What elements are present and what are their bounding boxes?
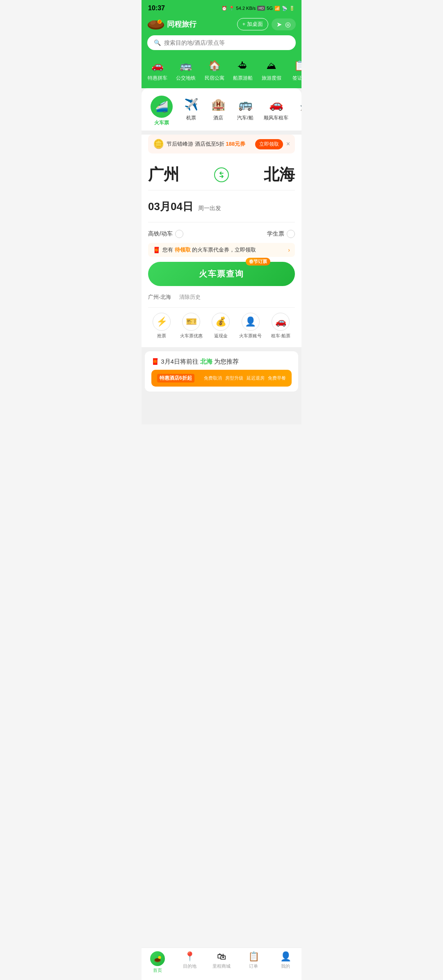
tab-rideshare[interactable]: 🚗 顺风车租车 [259,94,293,131]
promo-text-main: 节后错峰游 酒店低至5折 [167,141,224,147]
hotel-tag-1: 免费取消 [204,375,222,381]
logo-area: 同程旅行 [147,18,196,30]
rideshare-tab-label: 顺风车租车 [264,114,288,121]
search-bar-wrap: 🔍 [142,35,301,56]
battery-icon: 🔋 [289,6,295,11]
status-bar: 10:37 ⏰ 📍 54.2 KB/s HD 5G 📶 📡 🔋 [142,0,301,15]
promo-claim-button[interactable]: 立即领取 [255,139,283,149]
app-logo-icon [147,18,164,30]
alarm-icon: ⏰ [222,6,227,11]
history-tag[interactable]: 广州-北海 [148,293,171,301]
carpooling-label: 特惠拼车 [148,75,167,82]
options-row: 高铁/动车 学生票 [148,227,295,243]
visa-label: 签证办 [292,75,301,82]
hotel-tag-2: 房型升级 [225,375,243,381]
tour-label: 旅游度假 [262,75,281,82]
quick-nav: 🚗 特惠拼车 🚌 公交地铁 🏠 民宿公寓 ⛴ 船票游船 ⛰ 旅游度假 📋 签证办 [142,56,301,88]
location-icon: 📍 [229,6,235,11]
coupon-arrow-icon: › [288,247,290,253]
sub-icons: ⚡ 抢票 🎫 火车票优惠 💰 返现金 👤 火车票账号 🚗 租车·船票 [148,307,295,341]
clear-history-button[interactable]: 清除历史 [179,293,201,301]
quick-nav-ferry[interactable]: ⛴ 船票游船 [228,58,257,82]
attraction-icon: 🏯 [298,96,301,113]
hotel-icon: 🏨 [210,96,227,113]
status-icons: ⏰ 📍 54.2 KB/s HD 5G 📶 📡 🔋 [222,6,295,11]
app-name: 同程旅行 [167,19,196,29]
swap-icon [214,167,229,182]
visa-icon: 📋 [292,58,301,73]
promo-close-button[interactable]: × [286,140,290,148]
hotel-tab-label: 酒店 [213,114,223,121]
header-right: + 加桌面 ➤ ◎ [237,18,296,30]
train-tab-icon-wrap: 🚄 [151,96,173,118]
recommend-title: 🧧 3月4日将前往 北海 为您推荐 [151,358,292,366]
quick-nav-carpooling[interactable]: 🚗 特惠拼车 [143,58,171,82]
train-icon: 🚄 [153,98,170,115]
tour-icon: ⛰ [263,58,280,73]
promo-text: 节后错峰游 酒店低至5折 188元券 [167,140,255,148]
high-speed-option[interactable]: 高铁/动车 [148,230,183,238]
hd-icon: HD [257,6,265,11]
tab-bus[interactable]: 🚌 汽车/船 [232,94,259,131]
student-option[interactable]: 学生票 [267,230,295,238]
tab-train[interactable]: 🚄 火车票 [146,94,178,131]
cashback-label: 返现金 [214,333,228,339]
high-speed-label: 高铁/动车 [148,230,173,238]
coupon-notice[interactable]: 🧧 您有 待领取 的火车票代金券，立即领取 › [148,243,295,257]
route-divider [148,190,295,190]
hotel-tags: 免费取消 房型升级 延迟退房 免费早餐 [204,375,286,381]
departure-city[interactable]: 广州 [148,164,212,185]
train-discount-label: 火车票优惠 [180,333,203,339]
rental-label: 民宿公寓 [205,75,224,82]
navigate-icon: ➤ [276,21,282,28]
train-tab-label: 火车票 [154,119,169,126]
service-tabs: 🚄 火车票 ✈️ 机票 🏨 酒店 🚌 汽车/船 🚗 顺风车租车 🏯 门票 [142,88,301,131]
tab-attraction[interactable]: 🏯 门票 [293,94,301,131]
data-speed: 54.2 KB/s [236,6,256,11]
location-nav-button[interactable]: ➤ ◎ [272,18,296,30]
train-discount-icon: 🎫 [182,313,200,331]
date-divider [148,222,295,222]
rush-ticket-label: 抢票 [157,333,166,339]
route-section: 广州 北海 [148,158,295,188]
transit-icon: 🚌 [178,58,194,73]
account-label: 火车票账号 [239,333,262,339]
search-bar[interactable]: 🔍 [147,35,296,50]
promo-banner[interactable]: 🪙 节后错峰游 酒店低至5折 188元券 立即领取 × [148,135,295,153]
quick-nav-rental[interactable]: 🏠 民宿公寓 [200,58,228,82]
rush-ticket-icon: ⚡ [153,313,171,331]
tab-flight[interactable]: ✈️ 机票 [178,94,205,131]
network-type: 5G [267,6,273,11]
promo-icon: 🪙 [153,139,164,149]
history-row: 广州-北海 清除历史 [148,292,295,306]
hotel-card[interactable]: 特惠酒店6折起 免费取消 房型升级 延迟退房 免费早餐 [151,370,292,387]
destination-city[interactable]: 北海 [231,164,295,185]
sub-icon-account[interactable]: 👤 火车票账号 [239,313,262,339]
recommend-highlight: 北海 [200,358,212,365]
date-section[interactable]: 03月04日 周一出发 [148,195,295,218]
search-train-button[interactable]: 火车票查询 [148,262,295,286]
booking-card: 🪙 节后错峰游 酒店低至5折 188元券 立即领取 × 广州 北海 [142,135,301,347]
sub-icon-rush-ticket[interactable]: ⚡ 抢票 [153,313,171,339]
hotel-tag-4: 免费早餐 [268,375,286,381]
quick-nav-tour[interactable]: ⛰ 旅游度假 [257,58,285,82]
sub-icon-train-discount[interactable]: 🎫 火车票优惠 [180,313,203,339]
quick-nav-transit[interactable]: 🚌 公交地铁 [171,58,200,82]
wifi-icon: 📡 [282,6,288,11]
coupon-icon: 🧧 [153,247,160,253]
camera-icon: ◎ [285,21,291,28]
search-icon: 🔍 [154,39,161,46]
bus-tab-label: 汽车/船 [237,114,253,121]
sub-icon-cashback[interactable]: 💰 返现金 [212,313,230,339]
student-radio[interactable] [287,230,295,238]
search-input[interactable] [164,39,289,46]
tab-hotel[interactable]: 🏨 酒店 [205,94,232,131]
carpooling-icon: 🚗 [149,58,166,73]
quick-nav-visa[interactable]: 📋 签证办 [285,58,301,82]
recommend-section: 🧧 3月4日将前往 北海 为您推荐 特惠酒店6折起 免费取消 房型升级 延迟退房… [145,351,298,392]
sub-icon-car-ferry[interactable]: 🚗 租车·船票 [271,313,290,339]
flight-tab-label: 机票 [186,114,196,121]
swap-route-button[interactable] [212,166,231,184]
high-speed-radio[interactable] [175,230,183,238]
add-desk-button[interactable]: + 加桌面 [237,18,268,30]
